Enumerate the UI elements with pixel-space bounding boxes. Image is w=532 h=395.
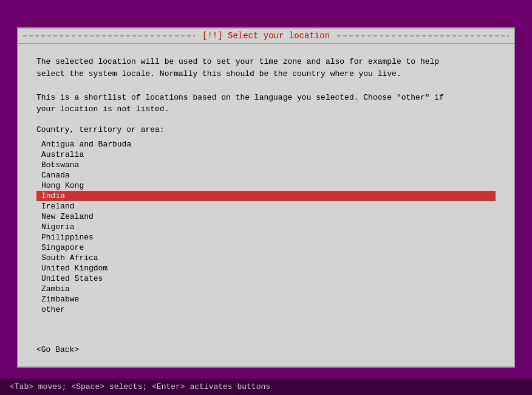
terminal-window: [!!] Select your location The selected l…: [17, 27, 515, 368]
desc-line5: your location is not listed.: [36, 103, 496, 115]
status-bar: <Tab> moves; <Space> selects; <Enter> ac…: [0, 379, 532, 395]
list-item[interactable]: Zambia: [36, 284, 496, 294]
title-label: Select your location: [228, 31, 330, 41]
list-item[interactable]: United States: [36, 273, 496, 284]
desc-line1: The selected location will be used to se…: [36, 56, 496, 68]
title-bar-text: [!!] Select your location: [200, 31, 332, 41]
list-item[interactable]: India: [36, 191, 496, 201]
list-item[interactable]: Canada: [36, 170, 496, 180]
country-list: Antigua and BarbudaAustraliaBotswanaCana…: [36, 139, 496, 336]
list-item[interactable]: Australia: [36, 149, 496, 160]
list-item[interactable]: Ireland: [36, 201, 496, 211]
list-item[interactable]: Nigeria: [36, 222, 496, 232]
go-back-button[interactable]: <Go Back>: [36, 345, 496, 354]
status-bar-text: <Tab> moves; <Space> selects; <Enter> ac…: [10, 382, 270, 391]
list-item[interactable]: Zimbabwe: [36, 294, 496, 304]
dialog-content: The selected location will be used to se…: [18, 44, 514, 366]
field-label: Country, territory or area:: [36, 125, 496, 134]
list-item[interactable]: Hong Kong: [36, 180, 496, 191]
list-item[interactable]: other: [36, 304, 496, 315]
list-item[interactable]: United Kingdom: [36, 263, 496, 273]
title-bar-lines-right: [337, 35, 509, 36]
list-item[interactable]: Antigua and Barbuda: [36, 139, 496, 149]
title-bar-lines-left: [23, 35, 195, 36]
list-item[interactable]: Botswana: [36, 160, 496, 170]
title-prefix: [!!]: [202, 31, 223, 41]
desc-line4: This is a shortlist of locations based o…: [36, 92, 496, 104]
list-item[interactable]: Singapore: [36, 242, 496, 253]
desc-line2: select the system locale. Normally this …: [36, 68, 496, 80]
list-item[interactable]: New Zealand: [36, 211, 496, 222]
description-block: The selected location will be used to se…: [36, 56, 496, 115]
title-bar: [!!] Select your location: [18, 29, 514, 44]
list-item[interactable]: Philippines: [36, 232, 496, 242]
list-item[interactable]: South Africa: [36, 253, 496, 263]
desc-line3: [36, 80, 496, 92]
